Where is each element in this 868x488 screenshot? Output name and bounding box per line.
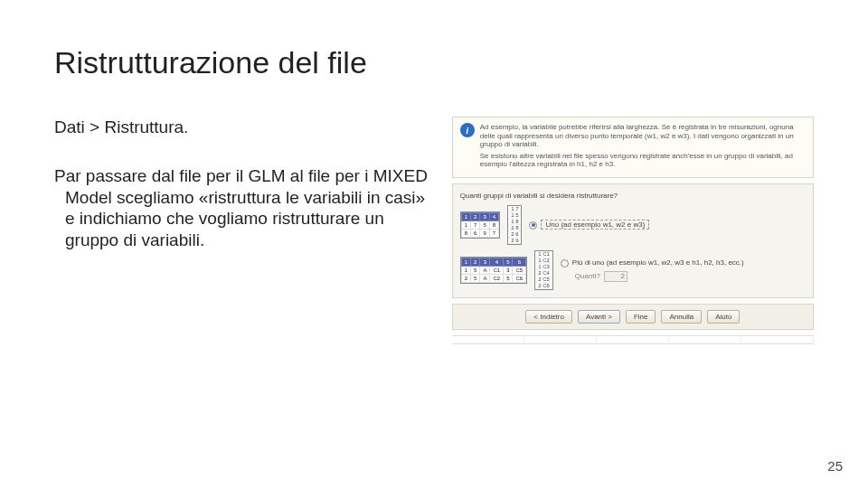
radio-one[interactable]: Uno (ad esempio w1, w2 e w3) [529, 221, 806, 229]
radio-icon-checked [529, 221, 537, 230]
thumb-wide-1: 1234 1758 8697 [460, 211, 500, 239]
thumb-long-2: 1 C11 C21 C3 2 C42 C52 C6 [534, 250, 553, 290]
data-strip [452, 335, 814, 344]
option-one-label: Uno (ad esempio w1, w2 e w3) [541, 220, 649, 230]
option-row-one: 1234 1758 8697 1 71 51 8 2 82 62 9 Uno (… [460, 205, 806, 245]
back-button[interactable]: < Indietro [525, 310, 572, 324]
dialog-screenshot: i Ad esempio, la variabile potrebbe rife… [452, 117, 814, 344]
cancel-button[interactable]: Annulla [661, 310, 702, 324]
thumb-wide-2: 123456 15AC13C5 25AC25C6 [460, 257, 527, 284]
info-text: Ad esempio, la variabile potrebbe riferi… [480, 123, 806, 172]
dialog-body: Quanti gruppi di variabili si desidera r… [452, 183, 814, 298]
help-button[interactable]: Aiuto [707, 310, 740, 324]
finish-button[interactable]: Fine [626, 310, 656, 324]
content-row: Dati > Ristruttura. Par passare dal file… [54, 117, 814, 344]
radio-icon-unchecked [561, 259, 569, 267]
option-many-label: Più di uno (ad esempio w1, w2, w3 e h1, … [572, 258, 744, 267]
info-line-1: Ad esempio, la variabile potrebbe riferi… [480, 123, 806, 149]
option-row-many: 123456 15AC13C5 25AC25C6 1 C11 C21 C3 2 … [460, 250, 806, 290]
thumb-long-1: 1 71 51 8 2 82 62 9 [507, 205, 522, 245]
info-icon: i [460, 123, 475, 137]
dialog-prompt: Quanti gruppi di variabili si desidera r… [460, 192, 806, 200]
description-text: Par passare dal file per il GLM al file … [54, 165, 434, 251]
slide-title: Ristrutturazione del file [54, 45, 814, 80]
thumb-one-group: 1234 1758 8697 [460, 211, 500, 239]
count-input[interactable] [604, 271, 627, 282]
wizard-buttons: < Indietro Avanti > Fine Annulla Aiuto [452, 304, 814, 330]
thumb-two-group: 123456 15AC13C5 25AC25C6 [460, 257, 527, 284]
info-line-2: Se esistono altre variabili nel file spe… [480, 152, 806, 169]
page-number: 25 [827, 458, 843, 474]
info-panel: i Ad esempio, la variabile potrebbe rife… [452, 117, 814, 178]
menu-path: Dati > Ristruttura. [54, 117, 434, 138]
slide: Ristrutturazione del file Dati > Ristrut… [0, 0, 868, 488]
text-column: Dati > Ristruttura. Par passare dal file… [54, 117, 434, 344]
radio-many[interactable]: Più di uno (ad esempio w1, w2, w3 e h1, … [561, 258, 806, 281]
next-button[interactable]: Avanti > [578, 310, 620, 324]
count-field: Quanti? [575, 271, 806, 282]
count-label: Quanti? [575, 272, 600, 280]
